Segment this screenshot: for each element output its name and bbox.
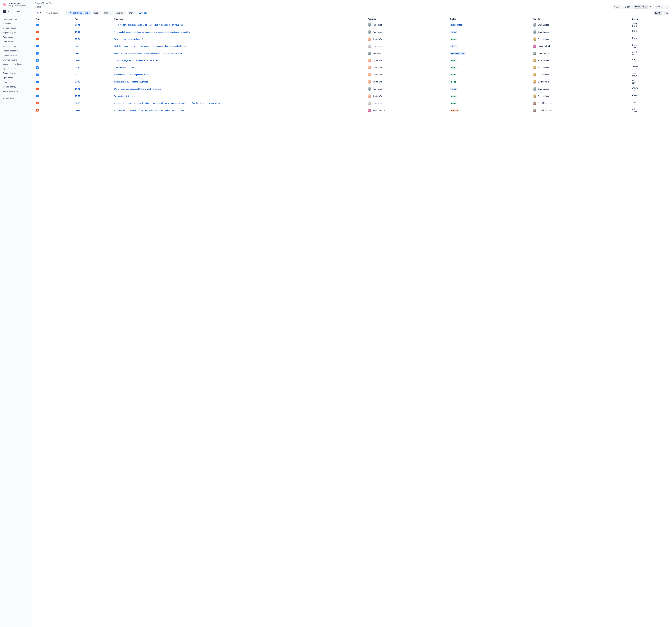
sidebar-item[interactable]: Open issues [0,75,32,80]
table-row[interactable]: DP-32Work out any potential edge cases p… [35,71,669,78]
assignee-cell[interactable]: Crystal Wu [368,38,448,41]
jql-mode[interactable]: JQL [663,11,669,15]
reporter-cell[interactable]: Stefanie Auer [533,73,629,76]
export-button[interactable]: Export ▾ [623,5,633,9]
reporter-cell[interactable]: Stefanie Auer [533,80,629,83]
reporter-cell[interactable]: Omar Darboe [533,87,629,91]
issue-key-link[interactable]: DP-33 [75,45,80,47]
view-all-filters[interactable]: View all filters [0,95,32,101]
more-actions-button[interactable]: ··· [665,5,669,9]
assignee-cell[interactable]: Grace Harris [368,45,448,48]
table-row[interactable]: DP-29Finalising the migration of “hgf” p… [35,107,669,114]
issue-key-link[interactable]: DP-32 [75,74,80,76]
type-filter[interactable]: Type ▾ [93,11,101,15]
status-badge[interactable]: DONE [450,67,457,69]
status-badge[interactable]: TO DO [450,31,457,33]
status-badge[interactable]: DONE [450,102,457,104]
status-badge[interactable]: CLOSED [450,110,459,112]
table-row[interactable]: DP-45Gather all the known bugs before th… [35,50,669,57]
sidebar-item[interactable]: Resolved recently [0,49,32,53]
sidebar-item[interactable]: Viewed recently [0,44,32,49]
status-badge[interactable]: DONE [450,59,457,62]
reporter-cell[interactable]: Omar Darboe [533,30,629,34]
issue-summary-link[interactable]: Limit the amount of backend requests tha… [114,45,187,48]
issue-summary-link[interactable]: Gather all the known bugs before the bli… [114,52,182,55]
project-filter[interactable]: Project: Donut Plains ▾ [68,11,91,15]
assignee-cell[interactable]: Crystal Wu [368,94,448,98]
reporter-cell[interactable]: Stefanie Auer [533,66,629,69]
assignee-cell[interactable]: Fran Perez [368,23,448,27]
search-input[interactable] [45,10,67,15]
issue-summary-link[interactable]: Audit of rollout analytics [114,66,134,69]
sidebar-item[interactable]: All issues [0,21,32,26]
status-badge[interactable]: TO DO [450,45,457,47]
issue-summary-link[interactable]: We need to blitz the code [114,95,136,97]
assignee-cell[interactable]: Crystal Wu [368,59,448,62]
more-filter[interactable]: More + [128,11,137,15]
issue-key-link[interactable]: DP-45 [75,52,80,54]
detail-view-button[interactable]: DETAIL VIEW [648,5,664,9]
share-button[interactable]: Share ▾ [613,5,622,9]
assignee-cell[interactable]: Andres Ramos [368,108,448,112]
basic-mode[interactable]: BASIC [654,11,662,15]
reporter-cell[interactable]: Stefanie Auer [533,94,629,98]
assignee-cell[interactable]: Fran Perez [368,87,448,91]
table-row[interactable]: DP-23We need to blitz the codeCrystal Wu… [35,93,669,100]
breadcrumb-project-name[interactable]: Donut Plains [43,2,54,4]
col-type[interactable]: Type [35,17,73,21]
table-row[interactable]: DP-54Audit of rollout analyticsCrystal W… [35,64,669,71]
sidebar-item[interactable]: Reported by me [0,71,32,75]
issue-summary-link[interactable]: The meatball header is too large so we a… [114,31,190,33]
issue-summary-link[interactable]: The file package “hgf-value” needs to be… [114,59,158,62]
table-row[interactable]: DP-42Make irremovable sections of the fo… [35,86,669,93]
status-badge[interactable]: DONE [450,74,457,76]
project-header[interactable]: 🧠 Donut Plains Next-gen software project [0,0,32,8]
issue-summary-link[interactable]: There are some design inconsistencies be… [114,24,183,26]
issue-key-link[interactable]: DP-43 [75,81,80,83]
list-view-button[interactable]: LIST VIEW [634,5,648,9]
issue-key-link[interactable]: DP-23 [75,95,80,97]
sidebar-item[interactable]: Done issues [0,39,32,44]
back-to-project[interactable]: Back to project [0,8,32,16]
assignee-cell[interactable]: Grace Harris [368,101,448,105]
issue-summary-link[interactable]: Work out any potential edge cases pre-bu… [114,73,151,76]
sidebar-item[interactable]: Done issues [0,80,32,85]
assignee-cell[interactable]: Crystal Wu [368,66,448,69]
table-row[interactable]: DP-27The meatball header is too large so… [35,28,669,35]
table-row[interactable]: DP-34Why is the error icon not showing?C… [35,35,669,43]
sidebar-item[interactable]: Open issues [0,35,32,39]
status-badge[interactable]: DONE [450,95,457,97]
issue-key-link[interactable]: DP-26 [75,102,80,104]
col-reporter[interactable]: Reporter [532,17,631,21]
issue-summary-link[interactable]: Preserve lines 40 - 60 of the server rep… [114,81,148,83]
sidebar-item[interactable]: Updated recently [0,53,32,58]
save-filter-link[interactable]: Save filter [139,12,147,14]
col-description[interactable]: Descri [631,17,669,21]
assignee-cell[interactable]: Fran Perez [368,52,448,55]
table-row[interactable]: DP-36The file package “hgf-value” needs … [35,57,669,64]
status-badge[interactable]: IN PROGRESS [450,24,463,26]
issue-summary-link[interactable]: Make irremovable sections of the form ea… [114,88,161,90]
reporter-cell[interactable]: Stefanie Auer [533,59,629,62]
ai-button[interactable]: AI [35,10,43,15]
table-row[interactable]: DP-41There are some design inconsistenci… [35,21,669,28]
issue-key-link[interactable]: DP-36 [75,59,80,62]
reporter-cell[interactable]: Omar Darboe [533,23,629,27]
sidebar-item[interactable]: My open issues [0,26,32,30]
issue-summary-link[interactable]: Why is the error icon not showing? [114,38,143,41]
sidebar-item[interactable]: My open issues [0,66,32,71]
issue-key-link[interactable]: DP-29 [75,109,80,112]
sidebar-item[interactable]: Resolved recently [0,89,32,94]
issue-summary-link[interactable]: Finalising the migration of “hgf” packag… [114,109,185,112]
col-assignee[interactable]: Assignee [366,17,449,21]
issue-key-link[interactable]: DP-42 [75,88,80,90]
issue-summary-link[interactable]: Icon doesn’t appear to be interactive af… [114,102,224,104]
table-wrap[interactable]: Type Key Summary Assignee Status Reporte… [35,17,669,114]
status-badge[interactable]: DONE [450,81,457,83]
status-badge[interactable]: WAITING REVIEW [450,52,465,54]
reporter-cell[interactable]: Donald Stephens [533,101,629,105]
reporter-cell[interactable]: Stefanie Auer [533,38,629,41]
col-status[interactable]: Status [449,17,532,21]
reporter-cell[interactable]: Donald Stephens [533,108,629,112]
status-badge[interactable]: TO DO [450,88,457,90]
